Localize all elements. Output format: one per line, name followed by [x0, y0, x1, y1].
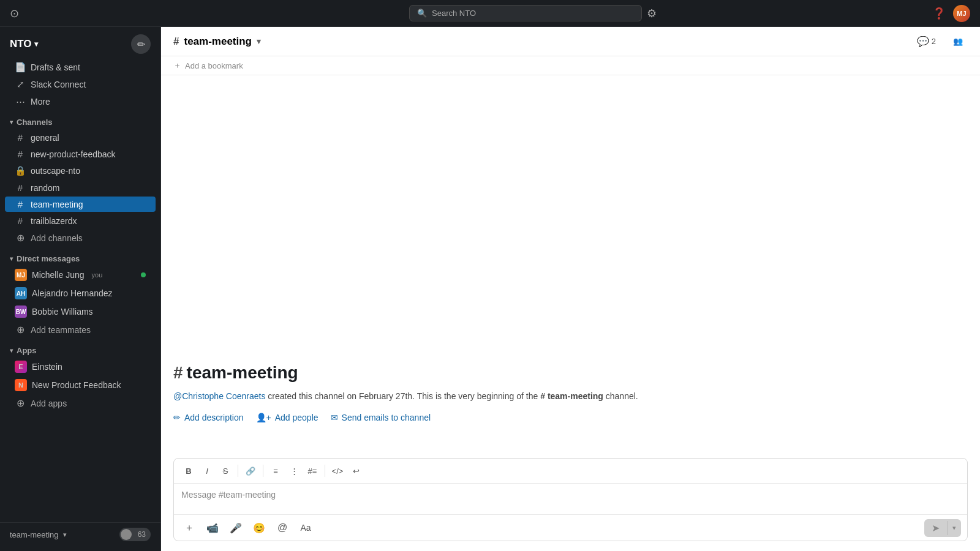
numbered-list-button[interactable]: #≡: [304, 462, 321, 479]
dm-name-michelle: Michelle Jung: [32, 270, 85, 280]
workspace-name[interactable]: NTO ▾: [10, 38, 38, 50]
threads-icon: 💬: [917, 36, 929, 47]
italic-button[interactable]: I: [198, 462, 216, 479]
toggle-count: 63: [134, 530, 149, 539]
channel-title[interactable]: # team-meeting ▾: [173, 36, 261, 48]
add-person-icon: 👤+: [256, 413, 271, 422]
channels-label: Channels: [17, 118, 53, 127]
sidebar-item-slack-connect[interactable]: ⤢ Slack Connect: [5, 77, 156, 92]
dm-avatar-bobbie: BW: [15, 305, 27, 318]
more-label: More: [31, 97, 146, 107]
sidebar-channel-team-meeting[interactable]: # team-meeting: [5, 197, 156, 212]
code-button[interactable]: </>: [329, 462, 346, 479]
add-teammates-button[interactable]: ⊕ Add teammates: [5, 321, 156, 338]
send-button[interactable]: ➤ ▾: [924, 519, 961, 537]
search-icon: 🔍: [417, 9, 427, 18]
attach-button[interactable]: ＋: [180, 519, 198, 537]
channel-ref: # team-meeting: [540, 391, 603, 401]
add-description-link[interactable]: ✏ Add description: [173, 413, 244, 422]
ordered-list-button[interactable]: ≡: [267, 462, 284, 479]
dm-item-bobbie[interactable]: BW Bobbie Williams: [5, 303, 156, 320]
bold-button[interactable]: B: [180, 462, 197, 479]
sidebar-channel-general[interactable]: # general: [5, 130, 156, 145]
help-icon[interactable]: ❓: [932, 7, 946, 20]
strikethrough-button[interactable]: S: [217, 462, 234, 479]
undo-button[interactable]: ↩: [347, 462, 364, 479]
send-dropdown[interactable]: ▾: [947, 521, 961, 535]
footer-channel-name: team-meeting: [10, 530, 58, 539]
drafts-icon: 📄: [15, 62, 26, 73]
dm-section-header[interactable]: ▾ Direct messages: [0, 247, 160, 266]
status-toggle[interactable]: 63: [119, 528, 151, 541]
user-avatar[interactable]: MJ: [953, 5, 970, 22]
sidebar-item-more[interactable]: ⋯ More: [5, 94, 156, 110]
bookmark-bar[interactable]: ＋ Add a bookmark: [161, 56, 980, 75]
add-channels-icon: ⊕: [15, 232, 26, 244]
add-apps-button[interactable]: ⊕ Add apps: [5, 395, 156, 411]
search-placeholder: Search NTO: [432, 9, 476, 18]
channel-intro: # team-meeting @Christophe Coenraets cre…: [173, 351, 968, 441]
search-bar[interactable]: 🔍 Search NTO: [409, 5, 642, 21]
apps-label: Apps: [17, 346, 37, 355]
send-arrow[interactable]: ➤: [924, 519, 947, 537]
footer-dropdown: ▾: [63, 531, 67, 539]
dm-name-alejandro: Alejandro Hernandez: [32, 288, 113, 298]
threads-button[interactable]: 💬 2: [912, 33, 941, 50]
online-status: [141, 272, 146, 277]
message-composer: B I S 🔗 ≡ ⋮ #≡ </> ↩ Message #team-meeti…: [173, 458, 968, 541]
composer-footer: ＋ 📹 🎤 😊 @ Aa ➤ ▾: [174, 514, 967, 541]
apps-section-header[interactable]: ▾ Apps: [0, 339, 160, 358]
workspace-dropdown-icon: ▾: [34, 40, 38, 48]
sidebar-footer[interactable]: team-meeting ▾ 63: [0, 522, 160, 551]
members-icon: 👥: [953, 37, 963, 46]
sidebar-app-einstein[interactable]: E Einstein: [5, 358, 156, 375]
hash-icon: #: [15, 199, 26, 209]
toggle-dot: [121, 529, 132, 540]
add-people-link[interactable]: 👤+ Add people: [256, 413, 318, 422]
more-icon: ⋯: [15, 96, 26, 107]
channel-hash: #: [173, 36, 179, 48]
hash-icon: #: [15, 149, 26, 159]
email-icon: ✉: [331, 413, 338, 422]
sidebar-channel-outscape-nto[interactable]: 🔒 outscape-nto: [5, 163, 156, 179]
sidebar-channel-trailblazerdx[interactable]: # trailblazerdx: [5, 213, 156, 228]
compose-button[interactable]: ✏: [131, 34, 151, 54]
video-button[interactable]: 📹: [203, 519, 222, 537]
add-channels-label: Add channels: [31, 233, 83, 243]
members-button[interactable]: 👥: [948, 34, 968, 48]
filter-icon[interactable]: ⚙: [647, 7, 657, 20]
dm-item-alejandro[interactable]: AH Alejandro Hernandez: [5, 285, 156, 302]
workspace-header[interactable]: NTO ▾ ✏: [0, 27, 160, 59]
channels-section-header[interactable]: ▾ Channels: [0, 110, 160, 129]
link-button[interactable]: 🔗: [242, 462, 259, 479]
dm-arrow: ▾: [10, 255, 13, 262]
apps-arrow: ▾: [10, 347, 13, 354]
send-emails-link[interactable]: ✉ Send emails to channel: [331, 413, 431, 422]
sidebar-channel-new-product-feedback[interactable]: # new-product-feedback: [5, 146, 156, 162]
emoji-button[interactable]: 😊: [250, 519, 268, 537]
sidebar-item-drafts[interactable]: 📄 Drafts & sent: [5, 59, 156, 75]
sidebar-app-new-product-feedback[interactable]: N New Product Feedback: [5, 377, 156, 394]
sidebar-channel-random[interactable]: # random: [5, 180, 156, 195]
composer-toolbar: B I S 🔗 ≡ ⋮ #≡ </> ↩: [174, 459, 967, 484]
add-teammates-icon: ⊕: [15, 324, 26, 335]
creator-mention[interactable]: @Christophe Coenraets: [173, 391, 265, 401]
app-icon-npf: N: [15, 379, 27, 391]
message-input[interactable]: Message #team-meeting: [174, 484, 967, 514]
channels-arrow: ▾: [10, 119, 13, 126]
format-button[interactable]: Aa: [296, 519, 315, 537]
bookmark-label: Add a bookmark: [185, 61, 243, 70]
intro-hash: #: [173, 363, 183, 383]
dm-item-michelle[interactable]: MJ Michelle Jung you: [5, 266, 156, 283]
unordered-list-button[interactable]: ⋮: [285, 462, 303, 479]
hash-icon: #: [15, 182, 26, 193]
edit-icon: ✏: [173, 413, 181, 422]
einstein-icon: E: [15, 361, 27, 373]
topbar-left: ⊙: [10, 7, 169, 20]
message-placeholder: Message #team-meeting: [181, 490, 276, 500]
add-channels-button[interactable]: ⊕ Add channels: [5, 230, 156, 246]
audio-button[interactable]: 🎤: [227, 519, 245, 537]
history-icon[interactable]: ⊙: [10, 7, 19, 20]
topbar-right: ❓ MJ: [897, 5, 970, 22]
mention-button[interactable]: @: [273, 519, 292, 537]
